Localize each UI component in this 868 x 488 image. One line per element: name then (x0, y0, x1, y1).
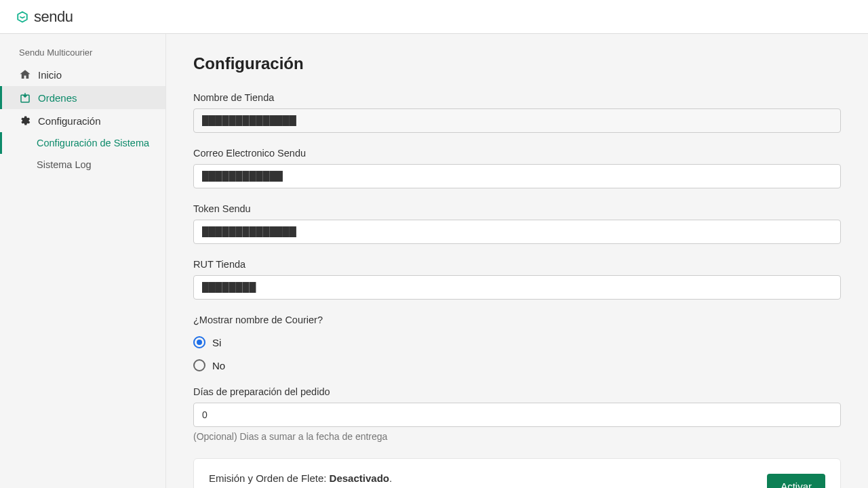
page-title: Configuración (193, 54, 841, 73)
radio-courier-si[interactable] (193, 336, 205, 348)
radio-label-no: No (212, 360, 225, 371)
label-courier-question: ¿Mostrar nombre de Courier? (193, 314, 841, 325)
home-icon (19, 68, 31, 81)
radio-courier-no[interactable] (193, 359, 205, 371)
field-token: Token Sendu (193, 203, 841, 244)
emission-status: Desactivado (330, 472, 389, 484)
field-rut: RUT Tienda (193, 259, 841, 300)
sidebar-heading: Sendu Multicourier (0, 47, 165, 63)
hint-dias-prep: (Opcional) Dias a sumar a la fecha de en… (193, 431, 841, 442)
svg-marker-0 (18, 12, 27, 22)
sidebar-item-config-sistema[interactable]: Configuración de Sistema (0, 132, 165, 154)
brand-name: sendu (34, 8, 73, 26)
label-correo: Correo Electronico Sendu (193, 148, 841, 159)
activate-button[interactable]: Activar (767, 474, 825, 488)
sidebar-item-ordenes[interactable]: Ordenes (0, 86, 165, 109)
sidebar-item-inicio[interactable]: Inicio (0, 63, 165, 86)
brand-logo: sendu (16, 8, 73, 26)
main-content: Configuración Nombre de Tienda Correo El… (166, 34, 868, 488)
input-correo[interactable] (193, 164, 841, 188)
orders-icon (19, 92, 31, 104)
sendu-logo-icon (16, 11, 28, 23)
sidebar-item-label: Inicio (38, 69, 62, 81)
field-nombre-tienda: Nombre de Tienda (193, 92, 841, 133)
field-dias-prep: Días de preparación del pedido (Opcional… (193, 386, 841, 442)
gear-icon (19, 115, 31, 127)
emission-card: Emisión y Orden de Flete: Desactivado. E… (193, 458, 841, 488)
sidebar-item-label: Sistema Log (37, 159, 92, 170)
sidebar: Sendu Multicourier Inicio Ordenes Config… (0, 34, 166, 488)
input-rut[interactable] (193, 275, 841, 300)
sidebar-item-label: Configuración (38, 115, 101, 127)
field-courier: ¿Mostrar nombre de Courier? Si No (193, 314, 841, 371)
label-dias-prep: Días de preparación del pedido (193, 386, 841, 397)
topbar: sendu (0, 0, 868, 34)
input-nombre-tienda[interactable] (193, 108, 841, 133)
sidebar-item-label: Ordenes (38, 92, 77, 104)
emission-text: Emisión y Orden de Flete: Desactivado. E… (209, 471, 521, 488)
input-token[interactable] (193, 220, 841, 244)
radio-label-si: Si (212, 337, 221, 348)
sidebar-item-configuracion[interactable]: Configuración (0, 109, 165, 132)
label-token: Token Sendu (193, 203, 841, 214)
label-rut: RUT Tienda (193, 259, 841, 270)
sidebar-item-sistema-log[interactable]: Sistema Log (0, 154, 165, 176)
field-correo: Correo Electronico Sendu (193, 148, 841, 188)
label-nombre-tienda: Nombre de Tienda (193, 92, 841, 103)
sidebar-item-label: Configuración de Sistema (37, 138, 149, 148)
emission-title-prefix: Emisión y Orden de Flete: (209, 472, 330, 484)
input-dias-prep[interactable] (193, 403, 841, 427)
